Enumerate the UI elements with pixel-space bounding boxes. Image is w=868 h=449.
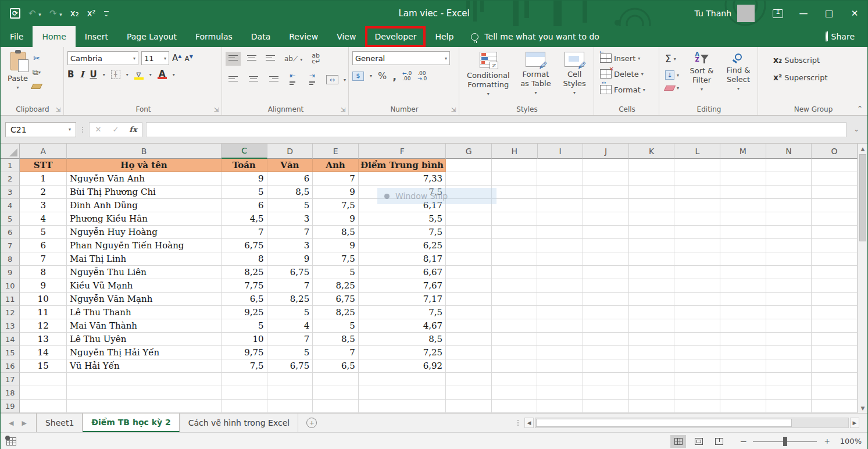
cell-L3[interactable]	[674, 186, 720, 199]
cell-E11[interactable]: 6,75	[313, 293, 359, 306]
cell-O4[interactable]	[812, 199, 858, 212]
name-box[interactable]: C21▾	[5, 122, 76, 137]
cell-L4[interactable]	[674, 199, 720, 212]
cell-J5[interactable]	[583, 212, 629, 226]
cell-K9[interactable]	[629, 266, 675, 279]
increase-indent-icon[interactable]: ⇥	[306, 70, 321, 90]
column-header-O[interactable]: O	[812, 144, 858, 159]
cell-E8[interactable]: 7,5	[313, 252, 359, 266]
column-header-L[interactable]: L	[674, 144, 720, 159]
sheet-tab-sheet1[interactable]: Sheet1	[37, 414, 83, 432]
increase-font-size-icon[interactable]: A▲	[172, 53, 181, 63]
column-header-E[interactable]: E	[313, 144, 359, 159]
cell-F7[interactable]: 6,25	[359, 239, 446, 252]
cell-F19[interactable]	[359, 400, 446, 413]
cell-A9[interactable]: 8	[20, 266, 67, 279]
cell-C19[interactable]	[222, 400, 267, 413]
enter-formula-icon[interactable]: ✓	[107, 123, 124, 137]
cell-A19[interactable]	[20, 400, 67, 413]
cell-J7[interactable]	[583, 239, 629, 252]
cell-K8[interactable]	[629, 252, 675, 266]
percent-style-icon[interactable]: %	[378, 70, 387, 81]
cell-L1[interactable]	[674, 159, 720, 172]
cell-L7[interactable]	[674, 239, 720, 252]
cell-B12[interactable]: Lê Thu Thanh	[67, 306, 222, 319]
row-header-14[interactable]: 14	[1, 333, 20, 346]
cell-C4[interactable]: 6	[222, 199, 267, 212]
column-header-G[interactable]: G	[446, 144, 492, 159]
cell-O13[interactable]	[812, 319, 858, 333]
align-left-icon[interactable]	[226, 73, 241, 87]
cell-E16[interactable]: 6,5	[313, 359, 359, 373]
cell-M10[interactable]	[720, 279, 766, 293]
cell-B16[interactable]: Vũ Hải Yến	[67, 359, 222, 373]
cell-O14[interactable]	[812, 333, 858, 346]
cell-N11[interactable]	[766, 293, 812, 306]
cell-D12[interactable]: 5	[267, 306, 313, 319]
cell-O7[interactable]	[812, 239, 858, 252]
row-header-1[interactable]: 1	[1, 159, 20, 172]
cell-M8[interactable]	[720, 252, 766, 266]
cell-A16[interactable]: 15	[20, 359, 67, 373]
align-center-icon[interactable]	[246, 73, 261, 87]
row-header-4[interactable]: 4	[1, 199, 20, 212]
cell-H7[interactable]	[492, 239, 538, 252]
column-header-B[interactable]: B	[67, 144, 222, 159]
cell-O11[interactable]	[812, 293, 858, 306]
cell-E18[interactable]	[313, 386, 359, 400]
cell-E10[interactable]: 8,25	[313, 279, 359, 293]
cell-H15[interactable]	[492, 346, 538, 359]
sheet-tab-cách-vẽ-hình-trong-excel[interactable]: Cách vẽ hình trong Excel	[180, 414, 298, 432]
collapse-ribbon-icon[interactable]: ⌃	[857, 105, 863, 113]
hscroll-right-icon[interactable]: ▶	[850, 418, 859, 428]
cell-J8[interactable]	[583, 252, 629, 266]
column-header-A[interactable]: A	[20, 144, 67, 159]
cell-K1[interactable]	[629, 159, 675, 172]
row-header-18[interactable]: 18	[1, 386, 20, 400]
cell-G7[interactable]	[446, 239, 492, 252]
column-header-F[interactable]: F	[359, 144, 446, 159]
minimize-button[interactable]: —	[791, 1, 816, 26]
cell-H9[interactable]	[492, 266, 538, 279]
zoom-in-icon[interactable]: ＋	[823, 436, 831, 447]
page-layout-view-icon[interactable]	[691, 435, 706, 448]
cell-B2[interactable]: Nguyễn Văn Anh	[67, 172, 222, 186]
cell-O9[interactable]	[812, 266, 858, 279]
cell-A5[interactable]: 4	[20, 212, 67, 226]
cell-J6[interactable]	[583, 226, 629, 239]
cell-E9[interactable]: 5	[313, 266, 359, 279]
cell-J15[interactable]	[583, 346, 629, 359]
clear-button[interactable]: ▾	[663, 84, 681, 92]
save-sync-icon[interactable]: ⟳	[10, 8, 20, 19]
sheetbar-splitter[interactable]	[517, 420, 519, 426]
bold-button[interactable]: B	[67, 69, 74, 80]
cell-D15[interactable]: 5	[267, 346, 313, 359]
cell-B19[interactable]	[67, 400, 222, 413]
sheet-nav-right-icon[interactable]: ▶	[22, 419, 26, 427]
cell-G14[interactable]	[446, 333, 492, 346]
cell-C1[interactable]: Toán	[222, 159, 267, 172]
cell-C10[interactable]: 7,75	[222, 279, 267, 293]
fill-color-icon[interactable]: 🜄	[134, 70, 144, 80]
column-header-I[interactable]: I	[538, 144, 584, 159]
cell-I15[interactable]	[537, 346, 583, 359]
cell-D8[interactable]: 9	[267, 252, 313, 266]
cell-D10[interactable]: 7	[267, 279, 313, 293]
new-sheet-icon[interactable]: ＋	[306, 418, 317, 428]
cell-D18[interactable]	[267, 386, 313, 400]
tab-data[interactable]: Data	[242, 26, 280, 47]
number-format-combo[interactable]: General▾	[352, 51, 450, 65]
column-header-C[interactable]: C	[222, 144, 267, 159]
row-header-12[interactable]: 12	[1, 306, 20, 319]
cell-O17[interactable]	[812, 373, 858, 386]
cell-D2[interactable]: 6	[267, 172, 313, 186]
row-header-7[interactable]: 7	[1, 239, 20, 252]
cell-A12[interactable]: 11	[20, 306, 67, 319]
cell-K3[interactable]	[629, 186, 675, 199]
undo-icon[interactable]: ↶ ▾	[28, 8, 41, 19]
cell-A8[interactable]: 7	[20, 252, 67, 266]
cell-B18[interactable]	[67, 386, 222, 400]
cell-A13[interactable]: 12	[20, 319, 67, 333]
cell-L2[interactable]	[674, 172, 720, 186]
cell-G3[interactable]	[446, 186, 492, 199]
